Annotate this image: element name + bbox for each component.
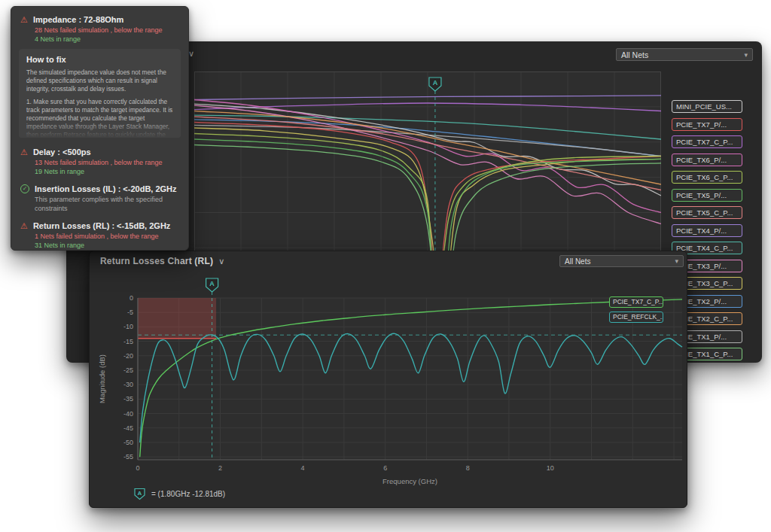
constraint-title: Impedance : 72-88Ohm (33, 15, 123, 24)
svg-text:-5: -5 (127, 309, 133, 316)
rl-nets-filter-value: All Nets (565, 257, 590, 266)
rl-nets-filter-dropdown[interactable]: All Nets ▾ (559, 255, 684, 267)
constraint-passed-count: 19 Nets in range (11, 167, 188, 176)
constraint-title: Delay : <500ps (33, 147, 91, 157)
warning-icon: ⚠ (20, 148, 28, 157)
caret-down-icon: ▾ (675, 257, 678, 265)
constraint-section-impedance: ⚠ Impedance : 72-88Ohm 28 Nets failed si… (11, 12, 188, 44)
constraint-section-return-losses: ⚠ Return Losses (RL) : <-15dB, 2GHz 1 Ne… (11, 218, 188, 250)
constraint-title: Return Losses (RL) : <-15dB, 2GHz (33, 221, 170, 230)
svg-text:-45: -45 (123, 424, 133, 432)
svg-text:2: 2 (218, 464, 222, 472)
svg-text:-50: -50 (123, 439, 133, 446)
legend-chip[interactable]: PCIE_TX7_C_P... (672, 135, 742, 148)
how-to-fix-title: How to fix (26, 55, 173, 64)
rl-plot-area (138, 298, 682, 460)
constraint-passed-count: 4 Nets in range (11, 35, 188, 44)
legend-chip[interactable]: PCIE_TX6_C_P... (672, 171, 742, 184)
return-losses-collapse-chevron[interactable]: ∨ (218, 257, 224, 266)
svg-text:6: 6 (383, 464, 387, 472)
legend-chip[interactable]: PCIE_TX7_P/... (672, 118, 742, 131)
constraints-panel: ⚠ Impedance : 72-88Ohm 28 Nets failed si… (11, 6, 189, 251)
svg-text:10: 10 (547, 464, 554, 472)
svg-text:A: A (138, 490, 142, 497)
warning-icon: ⚠ (20, 222, 28, 230)
how-to-fix-paragraph: The simulated impedance value does not m… (26, 68, 173, 94)
legend-chip[interactable]: PCIE_TX4_P/... (672, 224, 742, 237)
impedance-nets-filter-dropdown[interactable]: All Nets ▾ (616, 48, 753, 61)
svg-text:-40: -40 (123, 410, 133, 418)
svg-text:-10: -10 (123, 323, 133, 330)
rl-xlabel: Frequency (GHz) (382, 477, 437, 485)
marker-badge[interactable]: A (206, 278, 218, 292)
rl-ylabel: Magnitude (dB) (98, 354, 106, 403)
return-losses-window: Return Losses Chart (RL) ∨ All Nets ▾ 0-… (89, 251, 687, 508)
constraint-note: This parameter complies with the specifi… (11, 195, 188, 213)
impedance-nets-filter-value: All Nets (621, 50, 648, 59)
check-icon: ✓ (20, 184, 29, 193)
return-losses-chart: 0-5-10-15-20-25-30-35-40-45-50-550246810… (90, 271, 687, 488)
legend-chip[interactable]: PCIE_TX5_P/... (672, 189, 742, 202)
constraint-failed-count: 28 Nets failed simulation , below the ra… (11, 26, 188, 35)
svg-text:-30: -30 (123, 381, 133, 388)
how-to-fix-box: How to fix The simulated impedance value… (19, 49, 181, 138)
svg-text:-15: -15 (123, 338, 133, 345)
violation-region (138, 298, 216, 339)
svg-text:A: A (209, 280, 215, 287)
legend-chip[interactable]: MINI_PCIE_US... (672, 100, 742, 113)
stage: ∨ All Nets ▾ A MINI_PCIE_US...PCIE_TX7_P… (0, 0, 771, 532)
return-losses-title: Return Losses Chart (RL) (100, 256, 213, 266)
constraint-section-delay: ⚠ Delay : <500ps 13 Nets failed simulati… (11, 144, 188, 176)
svg-text:-55: -55 (123, 453, 133, 461)
legend-chip[interactable]: PCIE_REFCLK_... (609, 312, 663, 323)
svg-text:-20: -20 (123, 352, 133, 360)
impedance-chart-collapse-chevron[interactable]: ∨ (188, 50, 194, 58)
constraint-failed-count: 13 Nets failed simulation , below the ra… (11, 158, 188, 167)
return-losses-header: Return Losses Chart (RL) ∨ (100, 256, 224, 266)
legend-chip[interactable]: PCIE_TX6_P/... (672, 154, 742, 166)
marker-readout-text: = (1.80GHz -12.81dB) (151, 490, 225, 498)
legend-chip[interactable]: PCIE_TX5_C_P... (672, 206, 742, 219)
svg-text:0: 0 (130, 294, 133, 302)
marker-a-badge-icon: A (133, 488, 146, 500)
caret-down-icon: ▾ (744, 51, 748, 59)
constraint-section-insertion-losses: ✓ Insertion Losses (IL) : <-20dB, 2GHz T… (11, 181, 188, 213)
warning-icon: ⚠ (20, 16, 28, 24)
rl-legend: PCIE_TX7_C_P...PCIE_REFCLK_... (609, 296, 663, 323)
constraint-passed-count: 31 Nets in range (11, 241, 188, 250)
constraint-title: Insertion Losses (IL) : <-20dB, 2GHz (35, 184, 177, 193)
constraint-failed-count: 1 Nets failed simulation , below the ran… (11, 232, 188, 241)
how-to-fix-paragraph: 1. Make sure that you have correctly cal… (26, 98, 173, 138)
svg-text:-35: -35 (123, 395, 133, 403)
svg-text:4: 4 (301, 464, 305, 472)
marker-readout: A = (1.80GHz -12.81dB) (133, 488, 225, 500)
svg-text:8: 8 (466, 464, 470, 472)
svg-text:-25: -25 (123, 366, 133, 374)
svg-text:0: 0 (136, 464, 139, 472)
svg-text:A: A (433, 79, 438, 87)
legend-chip[interactable]: PCIE_TX7_C_P... (609, 296, 663, 308)
